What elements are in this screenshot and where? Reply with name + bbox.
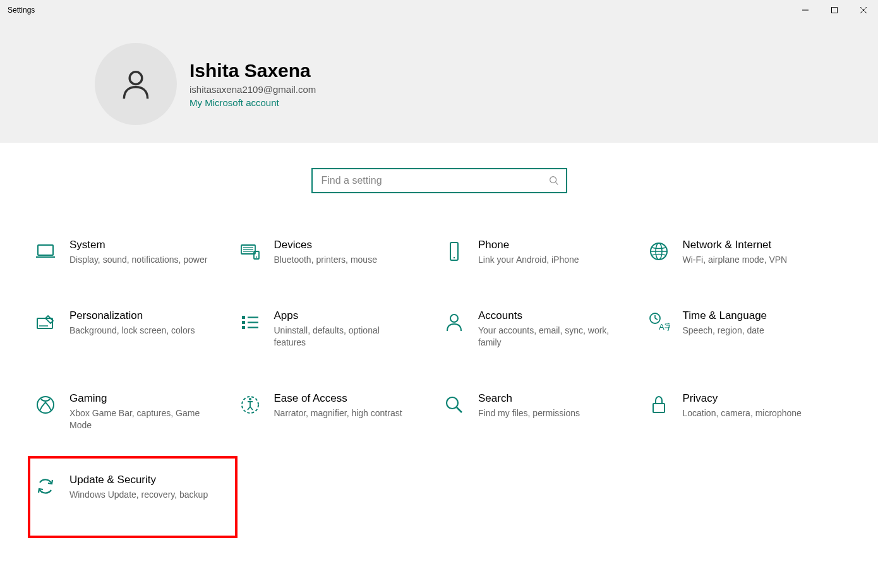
- svg-point-35: [249, 398, 251, 400]
- search-icon: [548, 175, 560, 186]
- tile-title: Devices: [274, 239, 377, 251]
- svg-rect-26: [242, 326, 245, 329]
- tile-desc: Uninstall, defaults, optional features: [274, 325, 413, 349]
- close-button[interactable]: [849, 0, 878, 20]
- user-header: Ishita Saxena ishitasaxena2109@gmail.com…: [0, 20, 878, 143]
- tile-desc: Wi-Fi, airplane mode, VPN: [683, 254, 788, 267]
- tile-title: Ease of Access: [274, 392, 402, 405]
- tile-desc: Speech, region, date: [683, 325, 767, 337]
- keyboard-icon: [238, 239, 263, 264]
- person-icon: [118, 66, 153, 102]
- tile-search[interactable]: Search Find my files, permissions: [439, 388, 644, 436]
- titlebar: Settings: [0, 0, 878, 20]
- tile-title: Update & Security: [69, 474, 208, 486]
- svg-rect-7: [38, 245, 53, 255]
- tile-desc: Display, sound, notifications, power: [69, 254, 207, 267]
- paint-icon: [33, 309, 58, 335]
- svg-text:A字: A字: [659, 322, 670, 332]
- tile-title: Accounts: [478, 309, 617, 322]
- svg-point-14: [256, 256, 257, 258]
- tile-phone[interactable]: Phone Link your Android, iPhone: [439, 235, 644, 270]
- svg-rect-22: [242, 316, 245, 319]
- laptop-icon: [33, 239, 58, 264]
- minimize-button[interactable]: [791, 0, 820, 20]
- tile-gaming[interactable]: Gaming Xbox Game Bar, captures, Game Mod…: [30, 388, 235, 436]
- account-icon: [442, 309, 467, 335]
- tile-title: System: [69, 239, 207, 251]
- tile-title: Time & Language: [683, 309, 767, 322]
- tile-accounts[interactable]: Accounts Your accounts, email, sync, wor…: [439, 306, 644, 353]
- list-icon: [238, 309, 263, 335]
- tile-privacy[interactable]: Privacy Location, camera, microphone: [644, 388, 848, 436]
- tile-title: Privacy: [683, 392, 802, 405]
- tile-time-language[interactable]: A字 Time & Language Speech, region, date: [644, 306, 848, 353]
- tile-title: Search: [478, 392, 580, 405]
- time-language-icon: A字: [646, 309, 671, 335]
- avatar[interactable]: [95, 43, 177, 125]
- tile-update-security[interactable]: Update & Security Windows Update, recove…: [28, 456, 238, 538]
- search-container: [0, 168, 878, 193]
- tile-personalization[interactable]: Personalization Background, lock screen,…: [30, 306, 235, 353]
- tile-system[interactable]: System Display, sound, notifications, po…: [30, 235, 235, 270]
- tile-desc: Link your Android, iPhone: [478, 254, 579, 267]
- svg-rect-24: [242, 321, 245, 324]
- sync-icon: [33, 474, 58, 499]
- tile-title: Apps: [274, 309, 413, 322]
- svg-point-36: [447, 397, 458, 409]
- user-email: ishitasaxena2109@gmail.com: [189, 84, 316, 95]
- tile-title: Gaming: [69, 392, 208, 405]
- tile-desc: Windows Update, recovery, backup: [69, 489, 208, 501]
- tile-desc: Location, camera, microphone: [683, 407, 802, 420]
- svg-line-31: [655, 318, 658, 320]
- tile-apps[interactable]: Apps Uninstall, defaults, optional featu…: [235, 306, 440, 353]
- svg-point-16: [454, 257, 455, 258]
- accessibility-icon: [238, 392, 263, 417]
- svg-rect-38: [653, 404, 665, 412]
- window-controls: [791, 0, 878, 20]
- tile-desc: Narrator, magnifier, high contrast: [274, 407, 402, 420]
- svg-rect-1: [832, 8, 838, 13]
- tile-devices[interactable]: Devices Bluetooth, printers, mouse: [235, 235, 440, 270]
- window-title: Settings: [8, 6, 35, 15]
- maximize-button[interactable]: [820, 0, 849, 20]
- lock-icon: [646, 392, 671, 417]
- my-account-link[interactable]: My Microsoft account: [189, 97, 316, 108]
- svg-point-33: [37, 397, 54, 413]
- search-input[interactable]: [322, 175, 548, 186]
- tile-desc: Your accounts, email, sync, work, family: [478, 325, 617, 349]
- tile-network[interactable]: Network & Internet Wi-Fi, airplane mode,…: [644, 235, 848, 270]
- phone-icon: [442, 239, 467, 264]
- tile-desc: Xbox Game Bar, captures, Game Mode: [69, 407, 208, 432]
- tile-desc: Bluetooth, printers, mouse: [274, 254, 377, 267]
- tile-desc: Background, lock screen, colors: [69, 325, 195, 337]
- svg-line-6: [555, 183, 558, 185]
- svg-line-37: [457, 407, 462, 412]
- magnifier-icon: [442, 392, 467, 417]
- svg-point-5: [550, 177, 556, 183]
- tile-title: Personalization: [69, 309, 195, 322]
- svg-point-28: [450, 315, 458, 322]
- tile-ease-of-access[interactable]: Ease of Access Narrator, magnifier, high…: [235, 388, 440, 436]
- svg-point-4: [129, 72, 142, 85]
- tile-title: Phone: [478, 239, 579, 251]
- tile-title: Network & Internet: [683, 239, 788, 251]
- user-info: Ishita Saxena ishitasaxena2109@gmail.com…: [189, 60, 316, 108]
- user-name: Ishita Saxena: [189, 60, 316, 81]
- settings-grid: System Display, sound, notifications, po…: [0, 235, 878, 504]
- globe-icon: [646, 239, 671, 264]
- xbox-icon: [33, 392, 58, 417]
- search-box[interactable]: [311, 168, 567, 193]
- tile-desc: Find my files, permissions: [478, 407, 580, 420]
